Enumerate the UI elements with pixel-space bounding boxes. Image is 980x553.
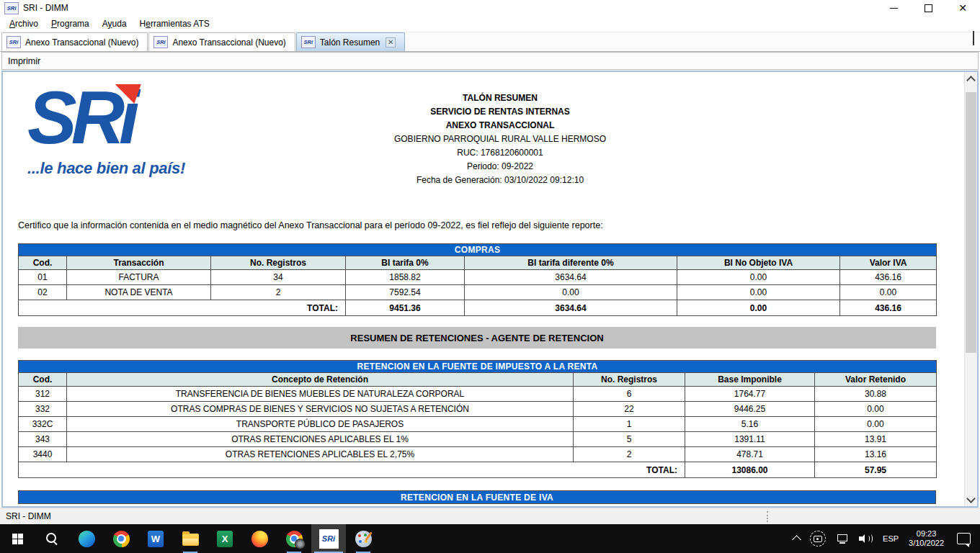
- table-cell: OTRAS COMPRAS DE BIENES Y SERVICIOS NO S…: [67, 402, 574, 417]
- network-tray-button[interactable]: [831, 524, 854, 553]
- view-maximize-button[interactable]: [973, 32, 974, 45]
- chrome-profile-icon[interactable]: [277, 524, 311, 553]
- scroll-up-button[interactable]: [965, 72, 977, 85]
- tab-3[interactable]: SRiTalón Resumen✕: [296, 32, 405, 51]
- table-cell: 1764.77: [685, 387, 815, 402]
- table-cell: 13.16: [815, 447, 937, 462]
- tab-label: Anexo Transaccional (Nuevo): [25, 37, 138, 48]
- restore-button[interactable]: [911, 0, 945, 16]
- statusbar: SRI - DIMM: [0, 508, 980, 524]
- search-button[interactable]: [35, 524, 69, 553]
- tab-close-icon[interactable]: ✕: [386, 37, 396, 48]
- tray-expand-button[interactable]: [788, 524, 805, 553]
- report-header-line: SERVICIO DE RENTAS INTERNAS: [241, 105, 760, 119]
- table-row: 343OTRAS RETENCIONES APLICABLES EL 1%513…: [19, 432, 937, 447]
- scrollbar[interactable]: [964, 72, 977, 506]
- renta-table: RETENCION EN LA FUENTE DE IMPUESTO A LA …: [18, 360, 937, 478]
- paint-icon[interactable]: [346, 524, 380, 553]
- tab-label: Anexo Transaccional (Nuevo): [172, 37, 285, 48]
- chevron-down-icon: [966, 494, 976, 503]
- report-header-line: TALÓN RESUMEN: [241, 91, 760, 105]
- taskbar-apps: WXSRi: [0, 524, 380, 553]
- column-header: BI No Objeto IVA: [677, 256, 840, 270]
- column-header: Valor Retenido: [815, 373, 937, 387]
- tab-1[interactable]: SRiAnexo Transaccional (Nuevo): [1, 32, 148, 51]
- column-header: Cod.: [19, 373, 67, 387]
- sri-logo-tagline: ...le hace bien al país!: [27, 159, 200, 178]
- windows-logo-icon: [12, 534, 23, 544]
- retenciones-banner: RESUMEN DE RETENCIONES - AGENTE DE RETEN…: [18, 327, 936, 349]
- certification-text: Certifico que la información contenida e…: [18, 220, 603, 230]
- file-explorer-icon[interactable]: [173, 524, 208, 553]
- table-cell: 7592.54: [346, 285, 465, 300]
- table-cell: 5.16: [685, 417, 815, 432]
- column-header: Transacción: [67, 256, 211, 270]
- firefox-browser-icon: [251, 531, 268, 547]
- table-cell: 6: [574, 387, 685, 402]
- start-button[interactable]: [0, 524, 35, 553]
- notification-icon: [957, 533, 971, 544]
- column-header: No. Registros: [574, 373, 685, 387]
- minimize-button[interactable]: [876, 0, 911, 16]
- menu-herramientas-ats[interactable]: Herramientas ATS: [133, 17, 216, 31]
- volume-tray-button[interactable]: [854, 524, 878, 553]
- column-header: Cod.: [19, 256, 67, 270]
- print-button[interactable]: Imprimir: [8, 56, 40, 66]
- report-header-line: RUC: 1768120600001: [241, 146, 760, 160]
- app-icon: SRi: [4, 2, 19, 14]
- excel-icon[interactable]: X: [208, 524, 242, 553]
- toolbar: Imprimir: [1, 52, 979, 70]
- chevron-up-icon: [966, 76, 976, 85]
- word-icon[interactable]: W: [138, 524, 173, 553]
- table-section-title: RETENCION EN LA FUENTE DE IMPUESTO A LA …: [19, 361, 937, 373]
- clock-time: 09:23: [909, 529, 944, 539]
- menu-programa[interactable]: Programa: [45, 17, 96, 31]
- language-indicator[interactable]: ESP: [878, 524, 904, 553]
- close-icon: ✕: [958, 3, 967, 13]
- table-cell: TRANSPORTE PÚBLICO DE PASAJEROS: [67, 417, 574, 432]
- scroll-down-button[interactable]: [965, 493, 977, 506]
- table-row: 332OTRAS COMPRAS DE BIENES Y SERVICIOS N…: [19, 402, 937, 417]
- sri-logo: SRi ...le hace bien al país!: [27, 82, 200, 178]
- sri-tab-icon: SRi: [301, 36, 316, 48]
- restore-icon: [925, 4, 932, 12]
- close-button[interactable]: ✕: [945, 0, 980, 16]
- camera-tray-button[interactable]: [805, 524, 831, 553]
- sri-tab-icon: SRi: [6, 36, 21, 48]
- data-table: RETENCION EN LA FUENTE DE IMPUESTO A LA …: [18, 360, 937, 478]
- data-table: COMPRASCod.TransacciónNo. RegistrosBI ta…: [18, 243, 937, 316]
- total-value: 0.00: [677, 300, 840, 316]
- table-cell: 0.00: [840, 285, 937, 300]
- clock[interactable]: 09:23 3/10/2022: [904, 524, 949, 553]
- notification-center-button[interactable]: [949, 524, 979, 553]
- taskbar: WXSRi ESP 09:23 3/10/2022: [0, 524, 980, 553]
- tab-2[interactable]: SRiAnexo Transaccional (Nuevo): [148, 32, 295, 51]
- table-row: 01FACTURA341858.823634.640.00436.16: [19, 270, 937, 285]
- report-header: TALÓN RESUMENSERVICIO DE RENTAS INTERNAS…: [241, 91, 760, 187]
- paint-palette-icon: [355, 531, 372, 547]
- scrollbar-thumb[interactable]: [966, 92, 976, 353]
- total-value: 57.95: [815, 462, 937, 478]
- table-cell: 9446.25: [685, 402, 815, 417]
- menu-ayuda[interactable]: Ayuda: [96, 17, 133, 31]
- titlebar: SRi SRI - DIMM ✕: [0, 0, 980, 16]
- table-header-row: Cod.TransacciónNo. RegistrosBI tarifa 0%…: [19, 256, 937, 270]
- sri-dimm-taskbar-icon[interactable]: SRi: [311, 524, 346, 553]
- column-header: Concepto de Retención: [67, 373, 574, 387]
- table-cell: 343: [19, 432, 67, 447]
- chrome-icon[interactable]: [104, 524, 138, 553]
- table-cell: 0.00: [677, 285, 840, 300]
- table-cell: 2: [574, 447, 685, 462]
- statusbar-text: SRI - DIMM: [6, 511, 51, 521]
- report-header-line: Periodo: 09-2022: [241, 160, 760, 174]
- table-cell: 01: [19, 270, 67, 285]
- table-cell: FACTURA: [67, 270, 211, 285]
- column-header: BI tarifa 0%: [346, 256, 465, 270]
- firefox-icon[interactable]: [242, 524, 277, 553]
- table-cell: 1858.82: [346, 270, 465, 285]
- menu-archivo[interactable]: Archivo: [3, 17, 45, 31]
- table-total-row: TOTAL:9451.363634.640.00436.16: [19, 300, 937, 316]
- window-title: SRI - DIMM: [23, 3, 68, 13]
- table-cell: TRANSFERENCIA DE BIENES MUEBLES DE NATUR…: [67, 387, 574, 402]
- edge-icon[interactable]: [69, 524, 104, 553]
